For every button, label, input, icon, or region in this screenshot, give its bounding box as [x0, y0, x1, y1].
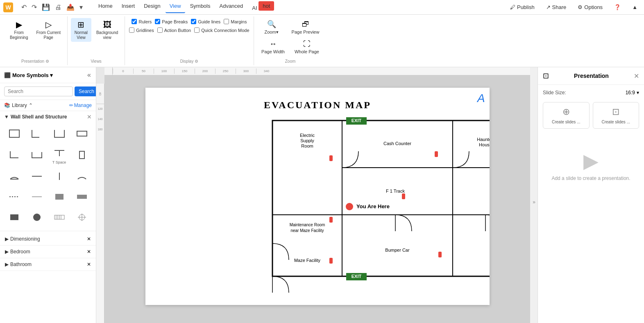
zoom-button[interactable]: 🔍 Zoom▾ — [257, 18, 286, 36]
right-panel-close-button[interactable]: ✕ — [634, 72, 639, 80]
rulers-checkbox[interactable]: Rulers — [131, 18, 152, 25]
shape-line-v[interactable] — [49, 168, 69, 187]
dropdown-button[interactable]: ▾ — [78, 2, 84, 12]
page-preview-button[interactable]: 🗗 Page Preview — [288, 18, 324, 36]
ruler-mark-7: 340 — [256, 68, 277, 74]
slide-size-value[interactable]: 16:9 ▾ — [626, 90, 639, 96]
canvas-scroll[interactable]: EVACUATION MAP — [104, 75, 530, 323]
shape-gray-rect[interactable] — [49, 189, 69, 207]
shape-corner-icon — [9, 150, 20, 162]
normal-view-button[interactable]: ⊞ NormalView — [71, 18, 91, 42]
share-button[interactable]: 📤 — [65, 2, 76, 12]
manage-label: Manage — [74, 102, 92, 108]
shape-arc2[interactable] — [72, 168, 92, 187]
shape-dark-rect-icon — [9, 213, 20, 224]
background-view-label: Backgroundview — [96, 30, 118, 40]
ribbon: ▶ FromBeginning ▷ From CurrentPage Prese… — [0, 15, 644, 67]
publish-button[interactable]: 🖊 Publish — [507, 2, 538, 12]
shape-pattern-icon — [54, 213, 65, 224]
library-icon: 📚 — [4, 102, 10, 108]
options-button[interactable]: ⚙ Options — [574, 2, 606, 12]
create-slides-1-button[interactable]: ⊕ Create slides ... — [543, 102, 590, 129]
dimensioning-close-icon[interactable]: ✕ — [87, 236, 91, 242]
bedroom-close-icon[interactable]: ✕ — [87, 249, 91, 255]
collapse-panel-button[interactable]: « — [86, 71, 92, 80]
manage-button[interactable]: ✏ Manage — [69, 102, 92, 108]
shape-pattern[interactable] — [49, 209, 69, 227]
right-panel-collapse[interactable]: » — [530, 67, 537, 323]
search-button[interactable]: Search — [75, 86, 96, 96]
shape-dark-rect[interactable] — [4, 209, 24, 227]
shape-dots[interactable] — [4, 189, 24, 207]
print-button[interactable]: 🖨 — [53, 2, 63, 12]
shape-circle[interactable] — [27, 209, 47, 227]
shape-vert-rect[interactable] — [72, 146, 92, 166]
shape-crosshair[interactable] — [72, 209, 92, 227]
wall-shell-section-header[interactable]: ▼ Wall Shell and Structure ✕ — [0, 111, 96, 123]
ruler-mark-1: 50 — [133, 68, 154, 74]
bathroom-section[interactable]: ▶ Bathroom ✕ — [0, 258, 96, 271]
shape-line-h[interactable] — [27, 168, 47, 187]
main-nav: Home Insert Design View Symbols Advanced… — [94, 1, 278, 13]
dimensioning-label: ▶ Dimensioning — [5, 236, 40, 242]
ruler-mark-4: 200 — [195, 68, 215, 74]
nav-ai[interactable]: AI hot — [248, 1, 278, 13]
bathroom-close-icon[interactable]: ✕ — [87, 262, 91, 267]
forward-button[interactable]: ↷ — [30, 2, 39, 12]
ruler-mark-2: 100 — [154, 68, 174, 74]
page-breaks-checkbox[interactable]: Page Breaks — [154, 18, 188, 25]
slide-placeholder-text: Add a slide to create a presentation. — [551, 175, 630, 181]
page-width-button[interactable]: ↔ Page Width — [257, 38, 289, 56]
shape-arc[interactable] — [4, 168, 24, 187]
wall-shell-close-button[interactable]: ✕ — [87, 114, 92, 120]
action-button-checkbox[interactable]: Action Button — [156, 27, 192, 34]
nav-advanced[interactable]: Advanced — [215, 1, 247, 13]
dimensioning-expand-icon: ▶ — [5, 236, 9, 242]
from-current-button[interactable]: ▷ From CurrentPage — [33, 18, 63, 42]
shape-gray-rect2[interactable] — [72, 189, 92, 207]
margins-checkbox[interactable]: Margins — [223, 18, 247, 25]
shape-rect[interactable] — [4, 126, 24, 144]
dimensioning-section[interactable]: ▶ Dimensioning ✕ — [0, 233, 96, 246]
whole-page-button[interactable]: ⛶ Whole Page — [290, 38, 323, 56]
from-beginning-button[interactable]: ▶ FromBeginning — [7, 18, 31, 42]
nav-insert[interactable]: Insert — [118, 1, 139, 13]
minimize-button[interactable]: ▲ — [629, 2, 641, 12]
shape-line2[interactable] — [27, 189, 47, 207]
background-view-button[interactable]: 🖼 Backgroundview — [93, 18, 121, 42]
shape-t-space[interactable]: T Space — [49, 146, 69, 166]
whole-page-label: Whole Page — [295, 49, 319, 54]
create-slides-2-button[interactable]: ⊡ Create slides ... — [593, 102, 639, 129]
search-input[interactable] — [4, 86, 73, 96]
shape-l[interactable] — [27, 126, 47, 144]
shape-u[interactable] — [49, 126, 69, 144]
nav-symbols[interactable]: Symbols — [186, 1, 215, 13]
svg-rect-11 — [77, 195, 87, 199]
bedroom-section[interactable]: ▶ Bedroom ✕ — [0, 246, 96, 258]
library-label: Library — [12, 102, 27, 108]
app-logo: W — [3, 2, 13, 12]
more-symbols-title[interactable]: ⬛ More Symbols ▾ — [4, 72, 53, 78]
save-button[interactable]: 💾 — [40, 2, 52, 12]
guide-lines-checkbox[interactable]: Guide lines — [190, 18, 221, 25]
floor-plan-svg: EVACUATION MAP — [145, 88, 490, 305]
shape-rect-outline[interactable] — [72, 126, 92, 144]
share-btn[interactable]: ↗ Share — [543, 2, 570, 12]
help-button[interactable]: ❓ — [611, 2, 624, 12]
shape-bracket[interactable] — [27, 146, 47, 166]
you-are-here-text: You Are Here — [356, 203, 390, 209]
library-title[interactable]: 📚 Library ⌃ — [4, 102, 33, 108]
nav-buttons: ↶ ↷ 💾 🖨 📤 ▾ — [20, 2, 84, 12]
nav-home[interactable]: Home — [94, 1, 117, 13]
right-panel-icon: ⊡ — [543, 71, 549, 80]
quick-connection-checkbox[interactable]: Quick Connection Mode — [193, 27, 250, 34]
shapes-grid: T Space — [0, 123, 96, 231]
create-slides-2-icon: ⊡ — [612, 107, 619, 117]
nav-design[interactable]: Design — [140, 1, 164, 13]
shape-t-icon — [54, 148, 65, 159]
bottom-sections: ▶ Dimensioning ✕ ▶ Bedroom ✕ ▶ Bathroom … — [0, 231, 96, 273]
gridlines-checkbox[interactable]: Gridlines — [128, 27, 154, 34]
shape-corner[interactable] — [4, 146, 24, 166]
back-button[interactable]: ↶ — [20, 2, 28, 12]
nav-view[interactable]: View — [166, 1, 185, 13]
